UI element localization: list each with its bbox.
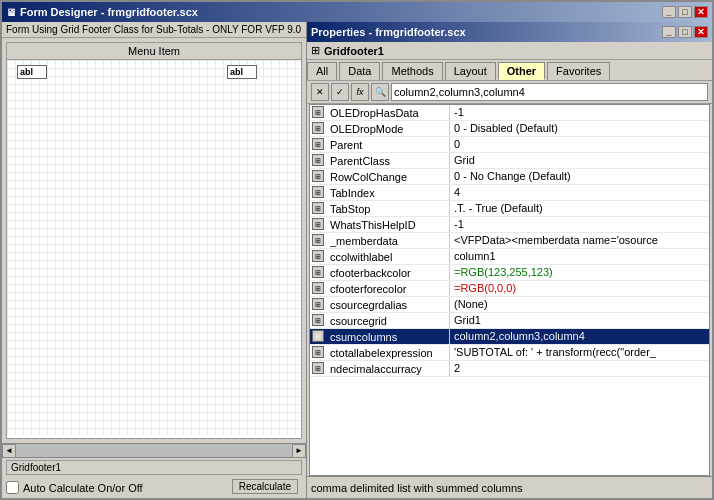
prop-icon: ⊞ <box>312 266 324 278</box>
prop-value-oledrophasdata: -1 <box>450 105 709 120</box>
prop-name-text: ccolwithlabel <box>330 251 392 263</box>
prop-name-tabindex: ⊞ TabIndex <box>310 185 450 200</box>
prop-name-ctotallabel: ⊞ ctotallabelexpression <box>310 345 450 360</box>
footer-panel: Gridfooter1 Auto Calculate On/or Off Rec… <box>2 457 306 498</box>
prop-value-cfooterforecolor: =RGB(0,0,0) <box>450 281 709 296</box>
search-input[interactable] <box>391 83 708 101</box>
canvas-control-1[interactable]: abl <box>17 65 47 79</box>
prop-name-csumcolumns: ⊞ csumcolumns <box>310 329 450 344</box>
close-button[interactable]: ✕ <box>694 6 708 18</box>
prop-value-memberdata: <VFPData><memberdata name='osource <box>450 233 709 248</box>
prop-name-text: csourcegrdalias <box>330 299 407 311</box>
prop-name-text: csourcegrid <box>330 315 387 327</box>
prop-row-oledrophasdata: ⊞ OLEDropHasData -1 <box>310 105 709 121</box>
prop-value-parentclass: Grid <box>450 153 709 168</box>
tab-favorites[interactable]: Favorites <box>547 62 610 80</box>
scroll-track[interactable] <box>16 444 292 457</box>
prop-name-memberdata: ⊞ _memberdata <box>310 233 450 248</box>
prop-name-whatshelpid: ⊞ WhatsThisHelpID <box>310 217 450 232</box>
prop-icon: ⊞ <box>312 170 324 182</box>
prop-row-tabindex: ⊞ TabIndex 4 <box>310 185 709 201</box>
prop-row-tabstop: ⊞ TabStop .T. - True (Default) <box>310 201 709 217</box>
prop-row-cfooterbackcolor: ⊞ cfooterbackcolor =RGB(123,255,123) <box>310 265 709 281</box>
prop-row-ccolwithlabel: ⊞ ccolwithlabel column1 <box>310 249 709 265</box>
form-designer-panel: Form Using Grid Footer Class for Sub-Tot… <box>2 22 307 498</box>
prop-name-text: ParentClass <box>330 155 390 167</box>
properties-title-bar: Properties - frmgridfooter.scx _ □ ✕ <box>307 22 712 42</box>
search-bar: ✕ ✓ fx 🔍 <box>307 81 712 104</box>
prop-name-text: OLEDropMode <box>330 123 403 135</box>
prop-icon: ⊞ <box>312 218 324 230</box>
prop-icon: ⊞ <box>312 186 324 198</box>
main-title-bar: 🖥 Form Designer - frmgridfooter.scx _ □ … <box>2 2 712 22</box>
prop-value-csourcegrdalias: (None) <box>450 297 709 312</box>
function-button[interactable]: fx <box>351 83 369 101</box>
horizontal-scrollbar: ◄ ► <box>2 443 306 457</box>
prop-icon: ⊞ <box>312 330 324 342</box>
search-icon-button[interactable]: 🔍 <box>371 83 389 101</box>
prop-icon: ⊞ <box>312 282 324 294</box>
form-canvas: Menu Item abl abl <box>6 42 302 439</box>
prop-row-parentclass: ⊞ ParentClass Grid <box>310 153 709 169</box>
main-title-text: Form Designer - frmgridfooter.scx <box>20 6 198 18</box>
prop-icon: ⊞ <box>312 154 324 166</box>
scroll-right-button[interactable]: ► <box>292 444 306 458</box>
tab-data[interactable]: Data <box>339 62 380 80</box>
prop-name-csourcegrdalias: ⊞ csourcegrdalias <box>310 297 450 312</box>
prop-name-text: cfooterbackcolor <box>330 267 411 279</box>
prop-row-cfooterforecolor: ⊞ cfooterforecolor =RGB(0,0,0) <box>310 281 709 297</box>
props-close-button[interactable]: ✕ <box>694 26 708 38</box>
recalculate-button[interactable]: Recalculate <box>232 479 298 494</box>
prop-name-parent: ⊞ Parent <box>310 137 450 152</box>
props-maximize-button[interactable]: □ <box>678 26 692 38</box>
prop-value-tabindex: 4 <box>450 185 709 200</box>
prop-row-oledropmode: ⊞ OLEDropMode 0 - Disabled (Default) <box>310 121 709 137</box>
properties-title-text: Properties - frmgridfooter.scx <box>311 26 466 38</box>
prop-name-ccolwithlabel: ⊞ ccolwithlabel <box>310 249 450 264</box>
tab-methods[interactable]: Methods <box>382 62 442 80</box>
prop-name-cfooterforecolor: ⊞ cfooterforecolor <box>310 281 450 296</box>
prop-value-cfooterbackcolor: =RGB(123,255,123) <box>450 265 709 280</box>
prop-name-text: _memberdata <box>330 235 398 247</box>
prop-name-text: Parent <box>330 139 362 151</box>
properties-table[interactable]: ⊞ OLEDropHasData -1 ⊞ OLEDropMode 0 - Di… <box>309 104 710 476</box>
filter-x-button[interactable]: ✕ <box>311 83 329 101</box>
maximize-button[interactable]: □ <box>678 6 692 18</box>
prop-name-oledrophasdata: ⊞ OLEDropHasData <box>310 105 450 120</box>
scroll-left-button[interactable]: ◄ <box>2 444 16 458</box>
canvas-control-2[interactable]: abl <box>227 65 257 79</box>
prop-icon: ⊞ <box>312 298 324 310</box>
prop-name-text: cfooterforecolor <box>330 283 406 295</box>
prop-icon: ⊞ <box>312 346 324 358</box>
prop-row-rowcolchange: ⊞ RowColChange 0 - No Change (Default) <box>310 169 709 185</box>
prop-name-text: RowColChange <box>330 171 407 183</box>
prop-name-ndecimal: ⊞ ndecimalaccurracy <box>310 361 450 376</box>
prop-row-whatshelpid: ⊞ WhatsThisHelpID -1 <box>310 217 709 233</box>
title-controls: _ □ ✕ <box>662 6 708 18</box>
prop-name-tabstop: ⊞ TabStop <box>310 201 450 216</box>
prop-row-csourcegrdalias: ⊞ csourcegrdalias (None) <box>310 297 709 313</box>
object-icon: ⊞ <box>311 44 320 57</box>
prop-name-text: WhatsThisHelpID <box>330 219 416 231</box>
tab-layout[interactable]: Layout <box>445 62 496 80</box>
prop-value-ccolwithlabel: column1 <box>450 249 709 264</box>
tabs-row: All Data Methods Layout Other Favorites <box>307 60 712 81</box>
props-minimize-button[interactable]: _ <box>662 26 676 38</box>
status-text: comma delimited list with summed columns <box>311 482 523 494</box>
prop-name-csourcegrid: ⊞ csourcegrid <box>310 313 450 328</box>
prop-name-parentclass: ⊞ ParentClass <box>310 153 450 168</box>
auto-calculate-checkbox[interactable] <box>6 481 19 494</box>
prop-icon: ⊞ <box>312 202 324 214</box>
footer-label: Gridfooter1 <box>6 460 302 475</box>
prop-value-csumcolumns: column2,column3,column4 <box>450 329 709 344</box>
prop-value-ndecimal: 2 <box>450 361 709 376</box>
tab-all[interactable]: All <box>307 62 337 80</box>
prop-name-text: ndecimalaccurracy <box>330 363 422 375</box>
filter-check-button[interactable]: ✓ <box>331 83 349 101</box>
canvas-header: Menu Item <box>7 43 301 60</box>
prop-value-oledropmode: 0 - Disabled (Default) <box>450 121 709 136</box>
minimize-button[interactable]: _ <box>662 6 676 18</box>
tab-other[interactable]: Other <box>498 62 545 80</box>
prop-row-csumcolumns[interactable]: ⊞ csumcolumns column2,column3,column4 <box>310 329 709 345</box>
prop-value-csourcegrid: Grid1 <box>450 313 709 328</box>
